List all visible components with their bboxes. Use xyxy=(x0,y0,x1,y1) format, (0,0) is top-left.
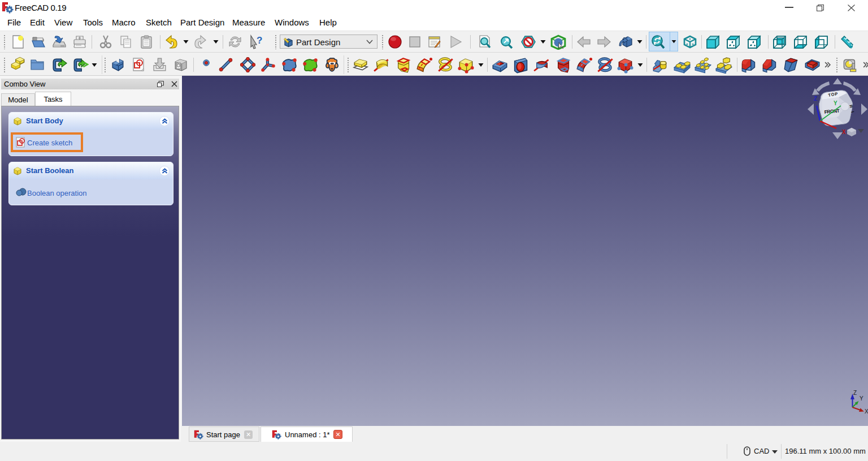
svg-text:Y: Y xyxy=(834,100,837,106)
svg-text:X: X xyxy=(842,129,846,135)
svg-text:X: X xyxy=(865,408,868,415)
svg-text:Y: Y xyxy=(860,395,863,402)
svg-text:Z: Z xyxy=(814,96,817,102)
svg-text:Z: Z xyxy=(853,390,857,396)
